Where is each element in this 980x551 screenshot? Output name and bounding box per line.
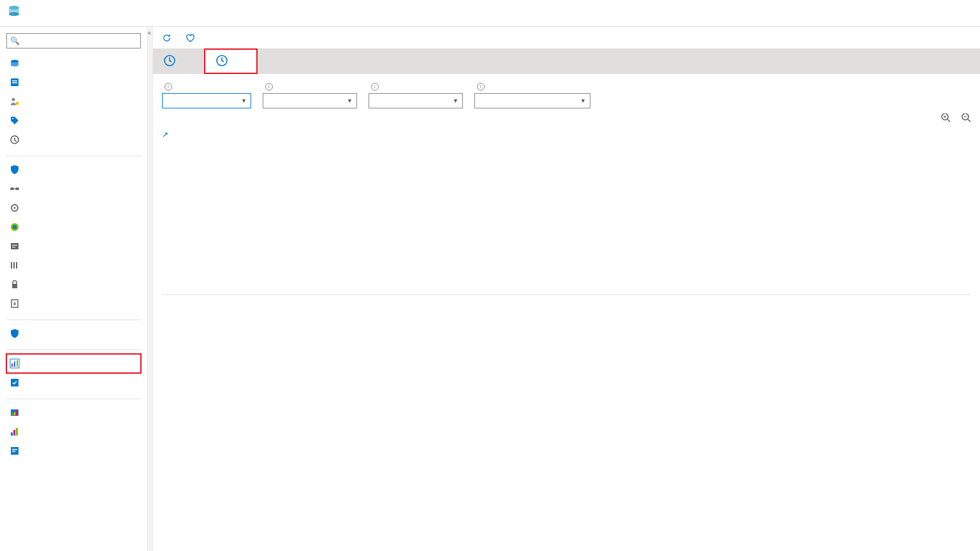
svg-rect-5: [12, 82, 17, 84]
chevron-down-icon: ▼: [580, 98, 586, 104]
svg-point-7: [16, 102, 19, 105]
clock-icon: [163, 54, 176, 69]
svg-rect-12: [13, 189, 16, 189]
tags-icon: [9, 115, 20, 126]
divider: [6, 349, 141, 350]
chevron-down-icon: ▼: [347, 98, 353, 104]
diagnostic-icon: [9, 445, 20, 457]
sidebar-item-overview[interactable]: [6, 54, 141, 73]
shield-icon: [9, 164, 20, 175]
svg-rect-36: [16, 428, 18, 436]
sidebar-item-tags[interactable]: [6, 111, 141, 130]
refresh-icon: [162, 33, 172, 43]
heart-icon: [186, 33, 195, 43]
sidebar-item-connection-strings[interactable]: [6, 179, 141, 198]
sidebar-item-pricing-tier[interactable]: [6, 237, 141, 256]
svg-rect-35: [13, 430, 15, 436]
sidebar-item-metrics[interactable]: [6, 422, 141, 441]
qpi-icon: [9, 358, 20, 369]
info-icon[interactable]: i: [477, 83, 485, 91]
sidebar-item-server-parameters[interactable]: [6, 198, 141, 217]
svg-rect-18: [12, 245, 17, 246]
svg-rect-21: [13, 262, 15, 268]
svg-rect-33: [16, 411, 17, 415]
sidebar-item-locks[interactable]: [6, 275, 141, 294]
sidebar-item-query-performance-insight[interactable]: [6, 354, 141, 373]
sidebar-search[interactable]: 🔍: [6, 33, 141, 48]
main-content: i ▼ i ▼ i ▼ i ▼: [153, 27, 980, 551]
command-bar: [153, 27, 980, 48]
divider: [6, 399, 141, 399]
zoom-in-icon[interactable]: [940, 114, 951, 124]
pricing-icon: [9, 240, 20, 252]
dropdown-order-by[interactable]: ▼: [474, 93, 590, 108]
filters: i ▼ i ▼ i ▼ i ▼: [153, 74, 980, 114]
refresh-button[interactable]: [162, 33, 175, 43]
mysql-wait-events-link[interactable]: ↗: [162, 130, 168, 139]
shield-icon: [9, 328, 20, 339]
sidebar-item-export-template[interactable]: [6, 294, 141, 313]
svg-rect-38: [12, 449, 17, 450]
activity-log-icon: [9, 77, 20, 88]
clock-icon: [216, 54, 228, 69]
chart-svg: [258, 116, 971, 263]
info-icon[interactable]: i: [265, 83, 273, 91]
sidebar-item-diagnose[interactable]: [6, 130, 141, 149]
chart-meta: ↗: [162, 116, 258, 265]
svg-point-14: [14, 207, 16, 209]
svg-rect-26: [11, 364, 13, 367]
sidebar-item-activity-log[interactable]: [6, 73, 141, 92]
gear-icon: [9, 202, 20, 214]
svg-rect-31: [12, 413, 13, 415]
divider: [6, 320, 141, 320]
svg-rect-32: [14, 412, 15, 415]
svg-line-43: [947, 119, 950, 122]
svg-rect-39: [12, 451, 15, 452]
sidebar-item-replication[interactable]: [6, 217, 141, 237]
feedback-button[interactable]: [186, 33, 199, 43]
metrics-icon: [9, 426, 20, 437]
search-icon: 🔍: [7, 36, 22, 45]
svg-point-16: [13, 225, 17, 229]
dropdown-max-groups[interactable]: ▼: [369, 93, 463, 108]
lock-icon: [9, 279, 20, 290]
svg-point-8: [12, 118, 13, 119]
iam-icon: [9, 96, 20, 107]
page-header: [0, 0, 980, 27]
properties-icon: [9, 260, 20, 271]
sidebar-item-performance-recommendations[interactable]: [6, 373, 141, 392]
info-icon[interactable]: i: [165, 83, 172, 91]
svg-rect-22: [16, 262, 17, 268]
dropdown-group-by[interactable]: ▼: [263, 93, 357, 108]
svg-rect-23: [12, 284, 17, 288]
connection-strings-icon: [9, 183, 20, 195]
overview-icon: [9, 57, 20, 69]
sidebar-item-properties[interactable]: [6, 256, 141, 275]
sidebar-item-alerts[interactable]: [6, 403, 141, 422]
svg-rect-27: [14, 362, 15, 367]
sidebar-scrollbar[interactable]: [147, 27, 152, 551]
chart: [258, 116, 971, 265]
svg-rect-28: [17, 360, 18, 367]
sidebar: « 🔍: [0, 27, 153, 551]
svg-rect-4: [12, 80, 17, 82]
svg-point-6: [12, 98, 15, 101]
replication-icon: [9, 221, 20, 233]
tab-wait-statistics[interactable]: [204, 48, 258, 74]
sidebar-item-access-control[interactable]: [6, 92, 141, 111]
svg-rect-19: [12, 247, 15, 247]
svg-rect-17: [11, 243, 18, 249]
search-input[interactable]: [22, 34, 140, 48]
alerts-icon: [9, 407, 20, 418]
export-icon: [9, 298, 20, 309]
diagnose-icon: [9, 134, 20, 145]
tab-long-running-queries[interactable]: [153, 48, 204, 74]
dropdown-time-period[interactable]: ▼: [162, 93, 251, 108]
info-icon[interactable]: i: [371, 83, 379, 91]
zoom-out-icon[interactable]: [961, 114, 971, 124]
service-icon: [5, 3, 23, 20]
table-header: [162, 276, 971, 295]
sidebar-item-diagnostic-settings[interactable]: [6, 441, 141, 460]
sidebar-item-advanced-threat[interactable]: [6, 324, 141, 343]
sidebar-item-connection-security[interactable]: [6, 160, 141, 179]
